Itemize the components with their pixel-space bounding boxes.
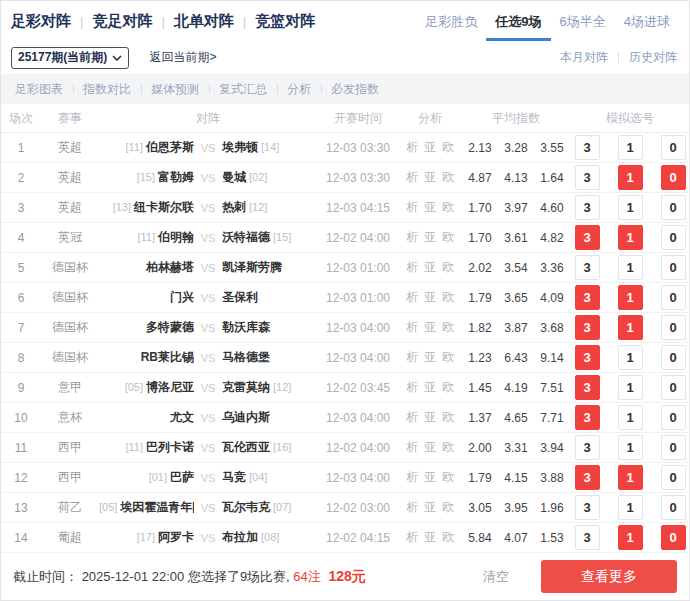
pick-button-3[interactable]: 3 bbox=[575, 345, 600, 370]
analysis-link[interactable]: 亚 bbox=[424, 170, 436, 184]
analysis-link[interactable]: 欧 bbox=[442, 440, 454, 454]
analysis-link[interactable]: 亚 bbox=[424, 320, 436, 334]
analysis-link[interactable]: 析 bbox=[406, 530, 418, 544]
analysis-link[interactable]: 欧 bbox=[442, 260, 454, 274]
pick-button-1[interactable]: 1 bbox=[618, 255, 643, 280]
subnav-fushi-summary[interactable]: 复式汇总 bbox=[209, 81, 277, 98]
pick-button-0[interactable]: 0 bbox=[661, 225, 686, 250]
analysis-link[interactable]: 欧 bbox=[442, 350, 454, 364]
analysis-link[interactable]: 欧 bbox=[442, 170, 454, 184]
subnav-index-compare[interactable]: 指数对比 bbox=[73, 81, 141, 98]
analysis-link[interactable]: 欧 bbox=[442, 410, 454, 424]
month-matches-link[interactable]: 本月对阵 bbox=[560, 49, 608, 66]
analysis-link[interactable]: 欧 bbox=[442, 530, 454, 544]
analysis-link[interactable]: 析 bbox=[406, 470, 418, 484]
pick-button-3[interactable]: 3 bbox=[575, 435, 600, 460]
pick-button-1[interactable]: 1 bbox=[618, 195, 643, 220]
analysis-link[interactable]: 析 bbox=[406, 140, 418, 154]
pick-button-1[interactable]: 1 bbox=[618, 375, 643, 400]
analysis-link[interactable]: 亚 bbox=[424, 230, 436, 244]
clear-button[interactable]: 清空 bbox=[483, 568, 509, 586]
nav-jingzu-duizhen[interactable]: 竞足对阵 bbox=[92, 12, 152, 31]
analysis-link[interactable]: 欧 bbox=[442, 320, 454, 334]
history-matches-link[interactable]: 历史对阵 bbox=[629, 49, 677, 66]
pick-button-1[interactable]: 1 bbox=[618, 135, 643, 160]
analysis-link[interactable]: 亚 bbox=[424, 440, 436, 454]
pick-button-1[interactable]: 1 bbox=[618, 495, 643, 520]
analysis-link[interactable]: 亚 bbox=[424, 140, 436, 154]
analysis-link[interactable]: 析 bbox=[406, 500, 418, 514]
tab-renxuan-9chang[interactable]: 任选9场 bbox=[486, 1, 550, 41]
nav-jinglan-duizhen[interactable]: 竞篮对阵 bbox=[255, 12, 315, 31]
subnav-zucai-chart[interactable]: 足彩图表 bbox=[5, 81, 73, 98]
pick-button-1[interactable]: 1 bbox=[618, 435, 643, 460]
pick-button-0[interactable]: 0 bbox=[661, 495, 686, 520]
analysis-link[interactable]: 析 bbox=[406, 380, 418, 394]
analysis-link[interactable]: 析 bbox=[406, 320, 418, 334]
analysis-link[interactable]: 亚 bbox=[424, 200, 436, 214]
pick-button-1[interactable]: 1 bbox=[618, 405, 643, 430]
analysis-link[interactable]: 析 bbox=[406, 350, 418, 364]
tab-4chang-jinqiu[interactable]: 4场进球 bbox=[615, 1, 679, 41]
subnav-analysis[interactable]: 分析 bbox=[277, 81, 321, 98]
pick-button-0[interactable]: 0 bbox=[661, 315, 686, 340]
pick-button-0[interactable]: 0 bbox=[661, 195, 686, 220]
pick-button-1[interactable]: 1 bbox=[618, 465, 643, 490]
analysis-link[interactable]: 析 bbox=[406, 410, 418, 424]
analysis-link[interactable]: 欧 bbox=[442, 500, 454, 514]
analysis-link[interactable]: 亚 bbox=[424, 470, 436, 484]
analysis-link[interactable]: 亚 bbox=[424, 410, 436, 424]
analysis-link[interactable]: 欧 bbox=[442, 200, 454, 214]
analysis-link[interactable]: 亚 bbox=[424, 500, 436, 514]
view-more-button[interactable]: 查看更多 bbox=[541, 560, 677, 593]
analysis-link[interactable]: 析 bbox=[406, 290, 418, 304]
pick-button-0[interactable]: 0 bbox=[661, 465, 686, 490]
pick-button-0[interactable]: 0 bbox=[661, 255, 686, 280]
pick-button-0[interactable]: 0 bbox=[661, 165, 686, 190]
pick-button-0[interactable]: 0 bbox=[661, 285, 686, 310]
analysis-link[interactable]: 欧 bbox=[442, 140, 454, 154]
analysis-link[interactable]: 亚 bbox=[424, 290, 436, 304]
analysis-link[interactable]: 亚 bbox=[424, 380, 436, 394]
analysis-link[interactable]: 欧 bbox=[442, 290, 454, 304]
pick-button-0[interactable]: 0 bbox=[661, 375, 686, 400]
pick-button-1[interactable]: 1 bbox=[618, 345, 643, 370]
nav-zucai-duizhen[interactable]: 足彩对阵 bbox=[11, 12, 71, 31]
analysis-link[interactable]: 亚 bbox=[424, 350, 436, 364]
pick-button-3[interactable]: 3 bbox=[575, 195, 600, 220]
pick-button-3[interactable]: 3 bbox=[575, 495, 600, 520]
pick-button-3[interactable]: 3 bbox=[575, 135, 600, 160]
analysis-link[interactable]: 析 bbox=[406, 170, 418, 184]
pick-button-0[interactable]: 0 bbox=[661, 345, 686, 370]
pick-button-3[interactable]: 3 bbox=[575, 285, 600, 310]
analysis-link[interactable]: 析 bbox=[406, 200, 418, 214]
pick-button-1[interactable]: 1 bbox=[618, 315, 643, 340]
subnav-media-predict[interactable]: 媒体预测 bbox=[141, 81, 209, 98]
analysis-link[interactable]: 欧 bbox=[442, 380, 454, 394]
analysis-link[interactable]: 亚 bbox=[424, 530, 436, 544]
tab-6chang-banquan[interactable]: 6场半全 bbox=[551, 1, 615, 41]
pick-button-1[interactable]: 1 bbox=[618, 285, 643, 310]
pick-button-0[interactable]: 0 bbox=[661, 525, 686, 550]
analysis-link[interactable]: 析 bbox=[406, 440, 418, 454]
pick-button-0[interactable]: 0 bbox=[661, 135, 686, 160]
analysis-link[interactable]: 析 bbox=[406, 260, 418, 274]
analysis-link[interactable]: 亚 bbox=[424, 260, 436, 274]
analysis-link[interactable]: 欧 bbox=[442, 230, 454, 244]
pick-button-1[interactable]: 1 bbox=[618, 225, 643, 250]
back-to-current-link[interactable]: 返回当前期> bbox=[149, 49, 216, 66]
pick-button-1[interactable]: 1 bbox=[618, 165, 643, 190]
pick-button-1[interactable]: 1 bbox=[618, 525, 643, 550]
pick-button-0[interactable]: 0 bbox=[661, 435, 686, 460]
pick-button-3[interactable]: 3 bbox=[575, 465, 600, 490]
pick-button-3[interactable]: 3 bbox=[575, 255, 600, 280]
pick-button-3[interactable]: 3 bbox=[575, 405, 600, 430]
nav-beidan-duizhen[interactable]: 北单对阵 bbox=[174, 12, 234, 31]
pick-button-3[interactable]: 3 bbox=[575, 315, 600, 340]
subnav-bifa-index[interactable]: 必发指数 bbox=[321, 81, 389, 98]
pick-button-3[interactable]: 3 bbox=[575, 165, 600, 190]
pick-button-3[interactable]: 3 bbox=[575, 225, 600, 250]
analysis-link[interactable]: 欧 bbox=[442, 470, 454, 484]
pick-button-3[interactable]: 3 bbox=[575, 375, 600, 400]
period-select[interactable]: 25177期(当前期) bbox=[11, 47, 129, 69]
